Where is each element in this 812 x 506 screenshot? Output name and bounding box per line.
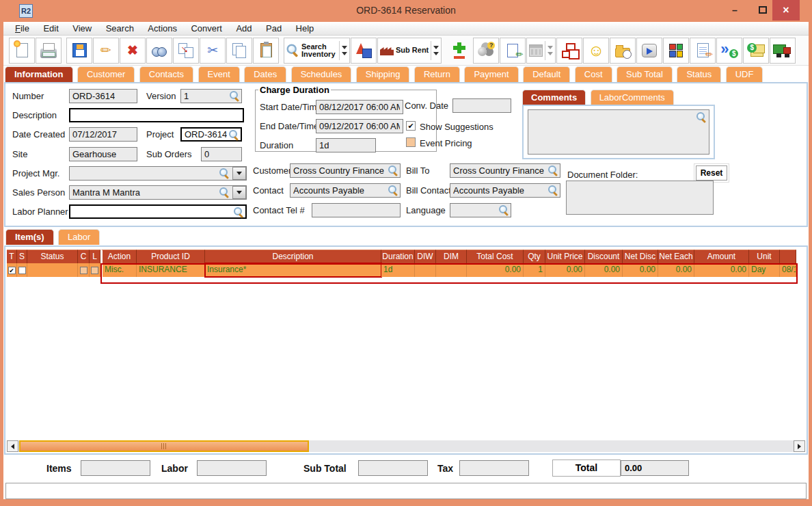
menu-item-edit[interactable]: Edit bbox=[38, 22, 64, 36]
col-header-total-cost[interactable]: Total Cost bbox=[467, 250, 524, 263]
c-checkbox[interactable] bbox=[80, 267, 87, 274]
contact-field[interactable]: Accounts Payable bbox=[290, 183, 401, 198]
edit-button[interactable]: ✏ bbox=[93, 38, 119, 64]
row-cell-dim[interactable] bbox=[436, 263, 467, 277]
row-cell-status[interactable] bbox=[27, 263, 78, 277]
fill-in-button[interactable] bbox=[690, 38, 716, 64]
col-header-s[interactable]: S bbox=[17, 250, 27, 263]
cut-button[interactable]: ✂ bbox=[200, 38, 226, 64]
row-cell-duration[interactable]: 1d bbox=[381, 263, 415, 277]
tab-schedules[interactable]: Schedules bbox=[291, 66, 352, 82]
org-chart-button[interactable] bbox=[556, 38, 582, 64]
copy-button[interactable] bbox=[226, 38, 252, 64]
sales-person-lookup-icon[interactable] bbox=[219, 187, 230, 198]
col-header-qty[interactable]: Qty bbox=[524, 250, 545, 263]
tab-contacts[interactable]: Contacts bbox=[139, 66, 193, 82]
invoice-button[interactable] bbox=[743, 38, 769, 64]
table-row[interactable]: ✔ Misc. INSURANCE Insurance* 1d 0.00 1 0… bbox=[7, 263, 796, 277]
s-checkbox[interactable] bbox=[18, 267, 26, 274]
labor-planner-lookup-icon[interactable] bbox=[234, 207, 244, 217]
menu-item-actions[interactable]: Actions bbox=[142, 22, 182, 36]
tab-status[interactable]: Status bbox=[677, 66, 721, 82]
col-header-product-id[interactable]: Product ID bbox=[137, 250, 205, 263]
minimize-button[interactable]: – bbox=[726, 3, 744, 19]
menu-item-file[interactable]: File bbox=[10, 22, 35, 36]
col-header-net-each[interactable]: Net Each bbox=[658, 250, 694, 263]
row-cell-s[interactable] bbox=[17, 263, 27, 277]
row-cell-t[interactable]: ✔ bbox=[7, 263, 17, 277]
menu-item-add[interactable]: Add bbox=[230, 22, 257, 36]
sales-person-dropdown[interactable] bbox=[232, 186, 246, 199]
new-button[interactable] bbox=[9, 38, 35, 64]
project-mgr-dropdown[interactable] bbox=[232, 167, 246, 180]
history-folder-button[interactable] bbox=[610, 38, 636, 64]
col-header-unit[interactable]: Unit bbox=[749, 250, 780, 263]
bill-contact-field[interactable]: Accounts Payable bbox=[450, 183, 560, 198]
tab-dates[interactable]: Dates bbox=[244, 66, 286, 82]
col-header-duration[interactable]: Duration bbox=[381, 250, 415, 263]
tab-customer[interactable]: Customer bbox=[77, 66, 135, 82]
col-header-diw[interactable]: DIW bbox=[415, 250, 436, 263]
tab-return[interactable]: Return bbox=[414, 66, 460, 82]
col-header-description[interactable]: Description bbox=[205, 250, 381, 263]
calendar-dropdown[interactable] bbox=[545, 41, 553, 60]
comments-textarea[interactable] bbox=[528, 109, 709, 155]
post-charges-button[interactable] bbox=[716, 38, 742, 64]
horizontal-scrollbar[interactable] bbox=[7, 440, 805, 452]
menu-item-help[interactable]: Help bbox=[290, 22, 320, 36]
menu-item-pad[interactable]: Pad bbox=[260, 22, 287, 36]
start-datetime-field[interactable]: 08/12/2017 06:00 AM bbox=[316, 100, 403, 114]
shipping-button[interactable] bbox=[770, 38, 796, 64]
project-field[interactable]: ORD-3614 bbox=[180, 127, 242, 142]
col-header-unit-price[interactable]: Unit Price bbox=[545, 250, 585, 263]
row-cell-net-disc[interactable]: 0.00 bbox=[623, 263, 658, 277]
crew-button[interactable]: ☺ bbox=[583, 38, 609, 64]
col-header-l[interactable]: L bbox=[90, 250, 100, 263]
labor-planner-field[interactable] bbox=[69, 204, 247, 219]
save-button[interactable] bbox=[66, 38, 92, 64]
row-cell-action[interactable]: Misc. bbox=[100, 263, 137, 277]
row-cell-unit[interactable]: Day bbox=[749, 263, 780, 277]
col-header-c[interactable]: C bbox=[78, 250, 90, 263]
col-header-dim[interactable]: DIM bbox=[436, 250, 467, 263]
col-header-amount[interactable]: Amount bbox=[694, 250, 749, 263]
sub-rent-button[interactable]: Sub Rent bbox=[377, 38, 442, 64]
row-cell-qty[interactable]: 1 bbox=[524, 263, 545, 277]
version-field[interactable]: 1 bbox=[180, 89, 242, 103]
comments-lookup-icon[interactable] bbox=[696, 112, 707, 122]
bill-contact-lookup-icon[interactable] bbox=[548, 185, 558, 196]
menu-item-search[interactable]: Search bbox=[100, 22, 139, 36]
find-button[interactable] bbox=[146, 38, 172, 64]
tab-shipping[interactable]: Shipping bbox=[356, 66, 410, 82]
tab-labor-comments[interactable]: LaborComments bbox=[591, 90, 674, 105]
reset-button[interactable]: Reset bbox=[696, 165, 727, 181]
tab-sub-total[interactable]: Sub Total bbox=[617, 66, 673, 82]
paste-button[interactable] bbox=[253, 38, 279, 64]
attributes-button[interactable] bbox=[473, 38, 499, 64]
sub-rent-dropdown[interactable] bbox=[431, 41, 439, 60]
row-cell-date[interactable]: 08/1 bbox=[780, 263, 796, 277]
maximize-button[interactable] bbox=[759, 6, 767, 14]
row-cell-diw[interactable] bbox=[415, 263, 436, 277]
tab-payment[interactable]: Payment bbox=[464, 66, 518, 82]
row-cell-net-each[interactable]: 0.00 bbox=[658, 263, 694, 277]
contact-lookup-icon[interactable] bbox=[388, 185, 398, 196]
delete-button[interactable]: ✖ bbox=[120, 38, 146, 64]
tab-information[interactable]: Information bbox=[5, 66, 73, 82]
tab-items[interactable]: Item(s) bbox=[5, 229, 54, 245]
close-button[interactable]: × bbox=[772, 0, 800, 21]
packages-button[interactable] bbox=[663, 38, 689, 64]
customer-field[interactable]: Cross Country Finance bbox=[290, 163, 401, 178]
bill-to-field[interactable]: Cross Country Finance bbox=[450, 163, 560, 178]
scroll-right-button[interactable] bbox=[794, 440, 805, 452]
col-header-action[interactable]: Action bbox=[100, 250, 137, 263]
print-button[interactable] bbox=[36, 38, 62, 64]
end-datetime-field[interactable]: 09/12/2017 06:00 AM bbox=[316, 119, 403, 133]
title-bar[interactable]: R2 ORD-3614 Reservation – × bbox=[0, 0, 812, 22]
show-suggestions-checkbox[interactable]: ✔ bbox=[406, 121, 416, 131]
row-cell-amount[interactable]: 0.00 bbox=[694, 263, 749, 277]
search-inventory-button[interactable]: Search Inventory bbox=[284, 38, 350, 64]
search-inventory-dropdown[interactable] bbox=[339, 41, 347, 60]
shortcut-key-button[interactable] bbox=[636, 38, 662, 64]
col-header-discount[interactable]: Discount bbox=[585, 250, 623, 263]
